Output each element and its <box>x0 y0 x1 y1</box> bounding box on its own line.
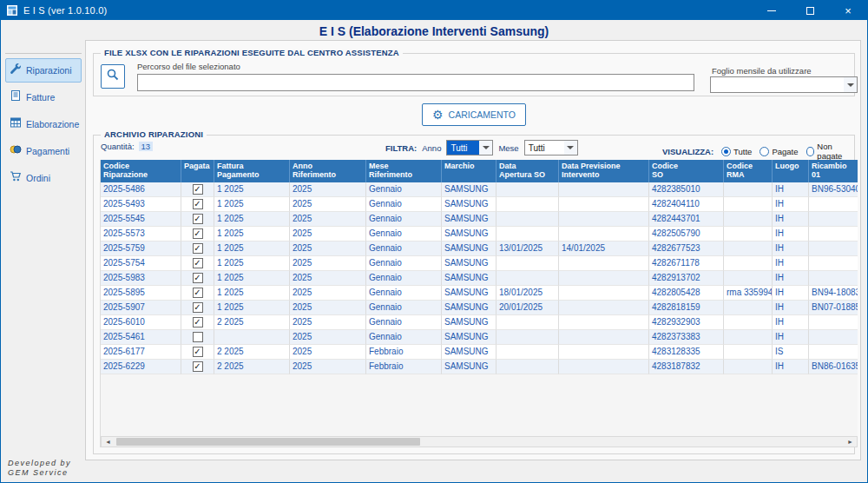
column-header[interactable]: Fattura Pagamento <box>214 160 290 182</box>
table-row[interactable]: 2025-6010✓2 20252025GennaioSAMSUNG428293… <box>101 315 858 330</box>
cell-ricambio_01 <box>809 256 858 271</box>
scrollbar-thumb[interactable] <box>116 438 420 446</box>
filtra-label: FILTRA: <box>385 143 417 153</box>
cell-ricambio_01 <box>809 197 858 212</box>
file-path-input[interactable] <box>137 74 694 91</box>
cell-marchio: SAMSUNG <box>442 360 496 374</box>
row-checkbox[interactable]: ✓ <box>193 273 203 283</box>
row-checkbox[interactable]: ✓ <box>193 214 203 224</box>
anno-select[interactable]: Tutti <box>446 140 493 155</box>
cell-luogo: IH <box>773 197 809 212</box>
cell-luogo: IH <box>773 301 809 315</box>
radio-non-pagate[interactable]: Non pagate <box>806 142 854 161</box>
column-header[interactable]: Ricambio 01 <box>809 160 858 182</box>
table-row[interactable]: 2025-5907✓1 20252025GennaioSAMSUNG20/01/… <box>101 301 858 315</box>
file-path-label: Percorso del file selezionato <box>137 62 240 71</box>
cell-codice_rma <box>724 197 773 212</box>
cell-mese: Gennaio <box>366 301 442 315</box>
table-row[interactable]: 2025-5895✓1 20252025GennaioSAMSUNG18/01/… <box>101 286 858 301</box>
row-checkbox[interactable]: ✓ <box>193 347 203 357</box>
column-header[interactable]: Codice SO <box>649 160 724 182</box>
table-row[interactable]: 2025-5754✓1 20252025GennaioSAMSUNG428267… <box>101 256 858 271</box>
radio-pagate[interactable]: Pagate <box>760 147 798 156</box>
row-checkbox[interactable]: ✓ <box>193 199 203 209</box>
cell-ricambio_01 <box>809 330 858 345</box>
column-header[interactable]: Codice Riparazione <box>101 160 181 182</box>
scroll-right-icon[interactable]: ► <box>844 437 857 447</box>
table-row[interactable]: 2025-5983✓1 20252025GennaioSAMSUNG428291… <box>101 271 858 286</box>
row-checkbox[interactable]: ✓ <box>193 258 203 268</box>
sidebar-item-elaborazione[interactable]: Elaborazione <box>5 112 82 136</box>
column-header[interactable]: Anno Riferimento <box>290 160 366 182</box>
cell-fattura_pagamento: 2 2025 <box>214 360 290 374</box>
sidebar-item-label: Elaborazione <box>26 119 79 129</box>
column-header[interactable]: Pagata <box>181 160 214 182</box>
cell-pagata: ✓ <box>181 301 214 315</box>
cell-ricambio_01 <box>809 315 858 330</box>
sidebar-item-riparazioni[interactable]: Riparazioni <box>5 58 82 83</box>
cell-data_previsione <box>559 256 649 271</box>
cell-codice_riparazione: 2025-5545 <box>101 212 181 227</box>
row-checkbox[interactable]: ✓ <box>193 317 203 328</box>
row-checkbox[interactable]: ✓ <box>193 302 203 313</box>
row-checkbox[interactable]: ✓ <box>193 361 203 372</box>
table-row[interactable]: 2025-5493✓1 20252025GennaioSAMSUNG428240… <box>101 197 858 212</box>
sidebar: Riparazioni Fatture Elaborazione Pagamen… <box>5 53 82 193</box>
horizontal-scrollbar[interactable]: ◄ ► <box>101 436 858 447</box>
minimize-button[interactable] <box>753 1 791 20</box>
cell-luogo: IH <box>773 330 809 345</box>
cell-pagata: ✓ <box>181 345 214 360</box>
scroll-left-icon[interactable]: ◄ <box>102 437 115 447</box>
row-checkbox[interactable]: ✓ <box>193 184 203 195</box>
table-row[interactable]: 2025-6229✓2 20252025FebbraioSAMSUNG42831… <box>101 360 858 374</box>
browse-file-button[interactable] <box>101 64 125 89</box>
table-row[interactable]: 2025-5573✓1 20252025GennaioSAMSUNG428250… <box>101 227 858 242</box>
invoice-icon <box>10 89 22 105</box>
cell-data_apertura_so: 18/01/2025 <box>496 286 559 301</box>
row-checkbox[interactable] <box>193 332 203 342</box>
table-row[interactable]: 2025-5545✓1 20252025GennaioSAMSUNG428244… <box>101 212 858 227</box>
table-row[interactable]: 2025-5759✓1 20252025GennaioSAMSUNG13/01/… <box>101 242 858 256</box>
cell-anno: 2025 <box>290 227 366 242</box>
anno-label: Anno <box>422 143 441 153</box>
cell-ricambio_01: BN07-01885 <box>809 301 858 315</box>
cell-mese: Gennaio <box>366 315 442 330</box>
table-row[interactable]: 2025-6177✓2 20252025FebbraioSAMSUNG42831… <box>101 345 858 360</box>
radio-icon <box>806 147 815 156</box>
sidebar-item-ordini[interactable]: Ordini <box>5 166 82 190</box>
table-row[interactable]: 2025-5486✓1 20252025GennaioSAMSUNG428238… <box>101 182 858 197</box>
column-header[interactable]: Codice RMA <box>724 160 773 182</box>
cell-fattura_pagamento <box>214 330 290 345</box>
row-checkbox[interactable]: ✓ <box>193 288 203 298</box>
anno-select-value: Tutti <box>447 141 479 155</box>
mese-select[interactable]: Tutti <box>524 140 578 155</box>
sidebar-item-pagamenti[interactable]: Pagamenti <box>5 139 82 163</box>
sidebar-item-fatture[interactable]: Fatture <box>5 85 82 109</box>
caricamento-button[interactable]: ⚙ CARICAMENTO <box>422 103 526 126</box>
cell-codice_so: 4283187832 <box>649 360 724 374</box>
column-header[interactable]: Mese Riferimento <box>366 160 442 182</box>
table-row[interactable]: 2025-54612025GennaioSAMSUNG4282373383IH <box>101 330 858 345</box>
cell-mese: Gennaio <box>366 330 442 345</box>
cell-data_apertura_so <box>496 345 559 360</box>
cell-data_previsione: 14/01/2025 <box>559 242 649 256</box>
column-header[interactable]: Marchio <box>442 160 496 182</box>
cell-data_apertura_so <box>496 315 559 330</box>
column-header[interactable]: Data Apertura SO <box>496 160 559 182</box>
cell-codice_riparazione: 2025-5573 <box>101 227 181 242</box>
row-checkbox[interactable]: ✓ <box>193 228 203 239</box>
cell-luogo: IH <box>773 315 809 330</box>
cell-codice_rma <box>724 242 773 256</box>
row-checkbox[interactable]: ✓ <box>193 243 203 254</box>
close-button[interactable]: × <box>829 1 867 20</box>
column-header[interactable]: Data Previsione Intervento <box>559 160 649 182</box>
quantity-label: Quantità: <box>101 142 135 151</box>
cell-codice_so: 4282805428 <box>649 286 724 301</box>
cell-ricambio_01: BN86-01635 <box>809 360 858 374</box>
maximize-button[interactable] <box>791 1 829 20</box>
column-header[interactable]: Luogo <box>773 160 809 182</box>
cell-marchio: SAMSUNG <box>442 197 496 212</box>
cell-data_apertura_so <box>496 256 559 271</box>
radio-tutte[interactable]: Tutte <box>721 147 752 156</box>
sheet-select[interactable] <box>710 76 858 93</box>
